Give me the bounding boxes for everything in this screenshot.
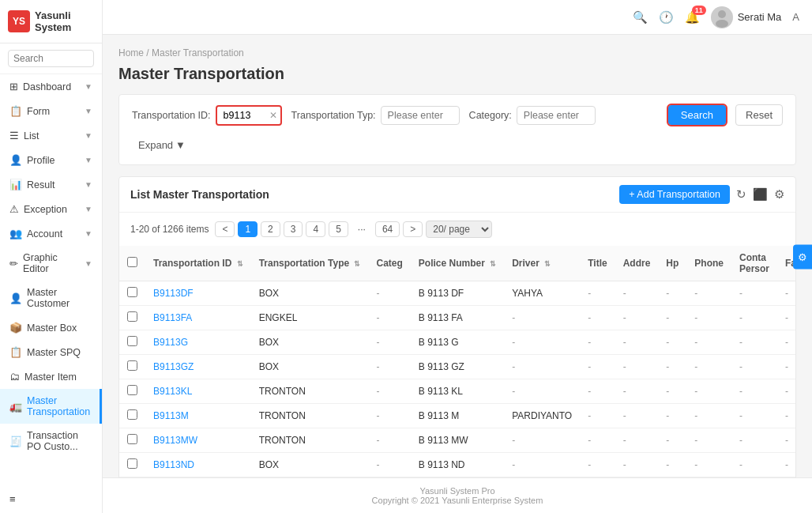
row-checkbox[interactable]	[119, 404, 145, 428]
master-box-icon: 📦	[9, 322, 22, 334]
row-contact-person: -	[731, 428, 777, 453]
sidebar-item-graphic-editor[interactable]: ✏ Graphic Editor ▼	[0, 246, 102, 281]
table-actions: + Add Transportation ↻ ⬛ ⚙	[619, 185, 784, 204]
footer: Yasunli System Pro Copyright © 2021 Yasu…	[103, 477, 812, 513]
sidebar-search-input[interactable]	[8, 50, 94, 67]
settings-panel-btn[interactable]: ⚙	[793, 244, 812, 269]
row-title: -	[580, 404, 615, 428]
sidebar-item-master-customer[interactable]: 👤 Master Customer	[0, 281, 102, 315]
row-address: -	[615, 428, 659, 453]
row-fax: -	[777, 404, 795, 428]
table-row: B9113FA ENGKEL - B 9113 FA - - - - - - -…	[119, 306, 795, 330]
expand-button[interactable]: Expand ▼	[132, 135, 192, 155]
breadcrumb-home[interactable]: Home	[118, 47, 144, 58]
sidebar-item-dashboard[interactable]: ⊞ Dashboard ▼	[0, 74, 102, 99]
row-title: -	[580, 428, 615, 453]
transportation-type-input[interactable]	[381, 106, 460, 125]
list-icon: ☰	[9, 130, 19, 141]
row-driver: -	[504, 428, 580, 453]
th-police-number: Police Number ⇅	[411, 246, 504, 281]
row-driver: PARDIYANTO	[504, 404, 580, 428]
user-info[interactable]: Serati Ma	[711, 6, 782, 28]
sidebar-item-result[interactable]: 📊 Result ▼	[0, 172, 102, 197]
per-page-select[interactable]: 20/ page 50/ page 100/ page	[426, 221, 492, 238]
clear-transportation-id-btn[interactable]: ✕	[269, 110, 277, 121]
refresh-button[interactable]: ↻	[736, 187, 746, 202]
transportation-id-label: Transportation ID:	[132, 110, 211, 121]
filter-group-transport-type: Transportation Typ:	[291, 106, 460, 125]
sidebar-bottom-menu[interactable]: ≡	[0, 485, 102, 513]
row-police-number: B 9113 MW	[411, 428, 504, 453]
sidebar-item-master-spq[interactable]: 📋 Master SPQ	[0, 340, 102, 364]
th-transportation-type: Transportation Type ⇅	[251, 246, 369, 281]
row-fax: -	[777, 428, 795, 453]
row-hp: -	[658, 428, 686, 453]
page-btn-1[interactable]: 1	[238, 221, 258, 237]
add-transportation-button[interactable]: + Add Transportation	[619, 185, 730, 204]
row-checkbox[interactable]	[119, 306, 145, 330]
sidebar-item-profile[interactable]: 👤 Profile ▼	[0, 148, 102, 172]
search-button[interactable]: Search	[668, 105, 726, 125]
clock-icon[interactable]: 🕐	[659, 10, 674, 25]
master-transportation-icon: 🚛	[9, 401, 22, 413]
page-btn-2[interactable]: 2	[261, 221, 280, 237]
chevron-down-icon: ▼	[85, 259, 92, 268]
sidebar-item-transaction-po[interactable]: 🧾 Transaction PO Custo...	[0, 424, 102, 458]
settings-button[interactable]: ⚙	[774, 187, 784, 202]
row-type: BOX	[251, 281, 369, 306]
select-all-checkbox[interactable]	[127, 257, 137, 267]
row-checkbox[interactable]	[119, 428, 145, 453]
row-category: -	[368, 428, 410, 453]
row-title: -	[580, 453, 615, 477]
row-checkbox[interactable]	[119, 355, 145, 379]
prev-page-btn[interactable]: <	[215, 221, 235, 237]
page-btn-5[interactable]: 5	[329, 221, 348, 237]
menu-icon: ≡	[9, 493, 16, 505]
row-transportation-id: B9113GZ	[145, 355, 251, 379]
sidebar-item-master-transportation[interactable]: 🚛 Master Transportation	[0, 389, 102, 424]
th-transportation-id: Transportation ID ⇅	[145, 246, 251, 281]
row-checkbox[interactable]	[119, 379, 145, 404]
row-fax: -	[777, 330, 795, 355]
reset-button[interactable]: Reset	[735, 104, 783, 126]
row-checkbox[interactable]	[119, 281, 145, 306]
notification-btn[interactable]: 🔔 11	[685, 10, 700, 25]
page-btn-4[interactable]: 4	[306, 221, 325, 237]
sidebar-item-account[interactable]: 👥 Account ▼	[0, 221, 102, 246]
th-driver: Driver ⇅	[504, 246, 580, 281]
row-contact-person: -	[731, 355, 777, 379]
search-icon[interactable]: 🔍	[633, 10, 648, 25]
category-input[interactable]	[517, 106, 596, 125]
row-type: BOX	[251, 355, 369, 379]
row-checkbox[interactable]	[119, 453, 145, 477]
master-item-icon: 🗂	[9, 371, 20, 383]
row-checkbox[interactable]	[119, 330, 145, 355]
language-btn[interactable]: A	[792, 11, 799, 23]
pagination-total: 1-20 of 1266 items	[130, 224, 209, 235]
row-contact-person: -	[731, 404, 777, 428]
row-police-number: B 9113 DF	[411, 281, 504, 306]
top-header: 🔍 🕐 🔔 11 Serati Ma A	[103, 0, 812, 35]
sidebar-item-list[interactable]: ☰ List ▼	[0, 123, 102, 148]
columns-button[interactable]: ⬛	[753, 187, 768, 202]
sidebar-item-master-box[interactable]: 📦 Master Box	[0, 315, 102, 340]
page-btn-3[interactable]: 3	[284, 221, 303, 237]
row-police-number: B 9113 GZ	[411, 355, 504, 379]
next-page-btn[interactable]: >	[403, 221, 423, 237]
row-type: TRONTON	[251, 404, 369, 428]
master-spq-icon: 📋	[9, 346, 22, 358]
dashboard-icon: ⊞	[9, 81, 18, 92]
row-type: BOX	[251, 330, 369, 355]
table-row: B9113DF BOX - B 9113 DF YAHYA - - - - - …	[119, 281, 795, 306]
row-category: -	[368, 355, 410, 379]
page-btn-64[interactable]: 64	[375, 221, 400, 237]
row-type: ENGKEL	[251, 306, 369, 330]
row-phone: -	[686, 306, 731, 330]
breadcrumb: Home / Master Transportation	[118, 47, 796, 58]
footer-line1: Yasunli System Pro	[111, 486, 804, 496]
sidebar-item-master-item[interactable]: 🗂 Master Item	[0, 364, 102, 389]
sidebar-logo: YS Yasunli System	[0, 0, 102, 43]
row-driver: -	[504, 306, 580, 330]
sidebar-item-form[interactable]: 📋 Form ▼	[0, 99, 102, 123]
sidebar-item-exception[interactable]: ⚠ Exception ▼	[0, 197, 102, 221]
